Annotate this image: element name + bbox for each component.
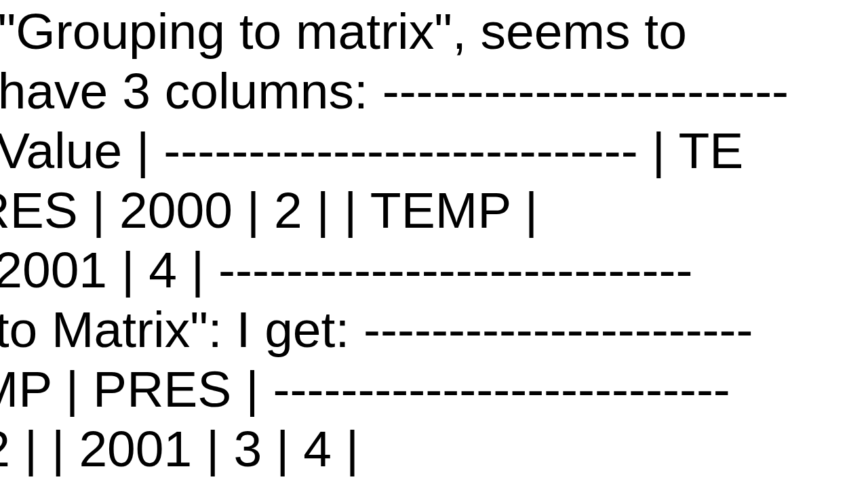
- text-line-4: | | PRES | 2000 | 2 | | TEMP |: [0, 180, 753, 240]
- text-line-1: tried "Grouping to matrix", seems to: [0, 1, 753, 61]
- text-line-6: ping to Matrix": I get: ----------------…: [0, 300, 753, 359]
- text-line-7: | TEMP | PRES | ------------------------…: [0, 359, 753, 419]
- text-line-2: rio: I have 3 columns: -----------------…: [0, 61, 753, 121]
- text-line-8: | 1 | 2 | | 2001 | 3 | 4 |: [0, 419, 753, 479]
- cropped-forum-text: tried "Grouping to matrix", seems to rio…: [0, 1, 753, 479]
- text-line-3: | yr | Value | -------------------------…: [0, 121, 753, 180]
- text-line-5: ES | 2001 | 4 | ------------------------…: [0, 240, 753, 300]
